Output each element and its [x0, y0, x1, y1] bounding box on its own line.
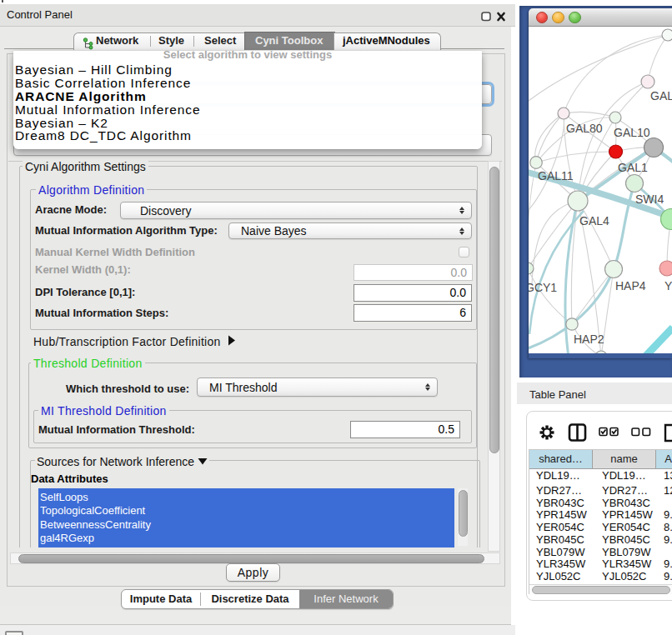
svg-text:GAL4: GAL4	[579, 214, 609, 228]
svg-text:GCY1: GCY1	[529, 281, 557, 294]
svg-text:GAL80: GAL80	[566, 122, 603, 135]
svg-text:GAL10: GAL10	[614, 126, 650, 139]
svg-text:GAL1: GAL1	[618, 161, 648, 174]
svg-text:GAL11: GAL11	[538, 169, 574, 182]
svg-text:Y: Y	[664, 279, 672, 292]
svg-text:HAP2: HAP2	[574, 332, 604, 346]
svg-text:HAP4: HAP4	[615, 279, 646, 292]
svg-text:SWI4: SWI4	[635, 192, 664, 206]
svg-text:GAL: GAL	[650, 89, 672, 102]
